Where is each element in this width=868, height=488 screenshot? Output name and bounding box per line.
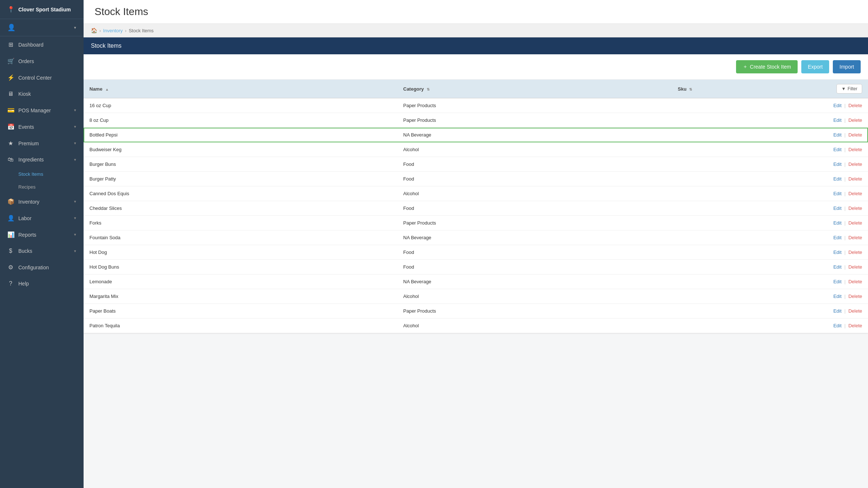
col-category[interactable]: Category ⇅ [397, 80, 672, 98]
sidebar-item-ingredients[interactable]: 🛍 Ingredients ▾ [0, 152, 84, 168]
sidebar-label-events: Events [18, 124, 34, 130]
edit-link[interactable]: Edit [833, 205, 841, 211]
delete-link[interactable]: Delete [848, 250, 862, 255]
reports-icon: 📊 [7, 231, 14, 238]
sidebar-item-labor[interactable]: 👤 Labor ▾ [0, 210, 84, 226]
row-name: Budweiser Keg [84, 142, 397, 157]
ingredients-chevron-icon: ▾ [74, 157, 76, 162]
row-name: Lemonade [84, 274, 397, 289]
premium-chevron-icon: ▾ [74, 141, 76, 146]
action-separator: | [844, 103, 847, 108]
dashboard-icon: ⊞ [7, 41, 14, 48]
delete-link[interactable]: Delete [848, 205, 862, 211]
sidebar-label-reports: Reports [18, 232, 36, 238]
row-sku [672, 230, 790, 245]
sidebar-item-events[interactable]: 📅 Events ▾ [0, 119, 84, 135]
action-separator: | [844, 220, 847, 226]
sidebar-item-inventory[interactable]: 📦 Inventory ▾ [0, 193, 84, 210]
delete-link[interactable]: Delete [848, 323, 862, 328]
edit-link[interactable]: Edit [833, 220, 841, 226]
row-name: Burger Buns [84, 157, 397, 172]
delete-link[interactable]: Delete [848, 235, 862, 240]
row-actions: Edit | Delete [790, 128, 868, 142]
export-button[interactable]: Export [801, 60, 829, 73]
breadcrumb-home[interactable]: 🏠 [91, 28, 97, 33]
action-separator: | [844, 264, 847, 270]
sidebar-item-premium[interactable]: ★ Premium ▾ [0, 135, 84, 152]
edit-link[interactable]: Edit [833, 147, 841, 152]
delete-link[interactable]: Delete [848, 220, 862, 226]
row-category: Paper Products [397, 98, 672, 113]
sidebar-sub-item-stock-items[interactable]: Stock Items [0, 168, 84, 181]
delete-link[interactable]: Delete [848, 279, 862, 284]
row-category: Alcohol [397, 289, 672, 304]
sidebar-logo: 📍 Clover Sport Stadium [0, 0, 84, 19]
sidebar-item-configuration[interactable]: ⚙ Configuration [0, 259, 84, 276]
sidebar-label-pos-manager: POS Manager [18, 108, 51, 113]
table-card: Stock Items ＋ Create Stock Item Export I… [84, 37, 868, 333]
ingredients-icon: 🛍 [7, 156, 14, 163]
delete-link[interactable]: Delete [848, 176, 862, 182]
row-category: Paper Products [397, 216, 672, 230]
sidebar-item-pos-manager[interactable]: 💳 POS Manager ▾ [0, 102, 84, 119]
edit-link[interactable]: Edit [833, 294, 841, 299]
filter-button[interactable]: ▼ Filter [836, 84, 862, 94]
col-name[interactable]: Name ▲ [84, 80, 397, 98]
sidebar-item-kiosk[interactable]: 🖥 Kiosk [0, 86, 84, 102]
delete-link[interactable]: Delete [848, 264, 862, 270]
row-actions: Edit | Delete [790, 142, 868, 157]
delete-link[interactable]: Delete [848, 147, 862, 152]
edit-link[interactable]: Edit [833, 117, 841, 123]
edit-link[interactable]: Edit [833, 176, 841, 182]
row-sku [672, 128, 790, 142]
sidebar-label-premium: Premium [18, 141, 39, 146]
edit-link[interactable]: Edit [833, 264, 841, 270]
table-row: Cheddar Slices Food Edit | Delete [84, 201, 868, 216]
reports-chevron-icon: ▾ [74, 232, 76, 237]
breadcrumb-inventory[interactable]: Inventory [103, 28, 122, 33]
row-name: Hot Dog Buns [84, 260, 397, 274]
edit-link[interactable]: Edit [833, 235, 841, 240]
import-button[interactable]: Import [833, 60, 861, 73]
sidebar-user-row[interactable]: 👤 ▾ [0, 19, 84, 36]
row-category: Food [397, 172, 672, 186]
edit-link[interactable]: Edit [833, 103, 841, 108]
sidebar-item-bucks[interactable]: $ Bucks ▾ [0, 243, 84, 259]
delete-link[interactable]: Delete [848, 103, 862, 108]
row-sku [672, 245, 790, 260]
delete-link[interactable]: Delete [848, 132, 862, 138]
col-sku[interactable]: Sku ⇅ [672, 80, 790, 98]
row-sku [672, 318, 790, 333]
edit-link[interactable]: Edit [833, 279, 841, 284]
sidebar-item-orders[interactable]: 🛒 Orders [0, 53, 84, 69]
edit-link[interactable]: Edit [833, 191, 841, 196]
row-category: Food [397, 260, 672, 274]
sidebar-item-reports[interactable]: 📊 Reports ▾ [0, 226, 84, 243]
inventory-icon: 📦 [7, 198, 14, 205]
kiosk-icon: 🖥 [7, 91, 14, 97]
row-sku [672, 201, 790, 216]
row-sku [672, 289, 790, 304]
sidebar-item-help[interactable]: ? Help [0, 276, 84, 292]
create-stock-item-button[interactable]: ＋ Create Stock Item [736, 60, 798, 73]
row-actions: Edit | Delete [790, 186, 868, 201]
edit-link[interactable]: Edit [833, 250, 841, 255]
delete-link[interactable]: Delete [848, 161, 862, 167]
row-category: NA Beverage [397, 230, 672, 245]
delete-link[interactable]: Delete [848, 308, 862, 314]
row-name: Margarita Mix [84, 289, 397, 304]
edit-link[interactable]: Edit [833, 132, 841, 138]
row-actions: Edit | Delete [790, 201, 868, 216]
row-name: Fountain Soda [84, 230, 397, 245]
edit-link[interactable]: Edit [833, 323, 841, 328]
delete-link[interactable]: Delete [848, 294, 862, 299]
sidebar-item-control-center[interactable]: ⚡ Control Center [0, 69, 84, 86]
edit-link[interactable]: Edit [833, 308, 841, 314]
delete-link[interactable]: Delete [848, 191, 862, 196]
edit-link[interactable]: Edit [833, 161, 841, 167]
delete-link[interactable]: Delete [848, 117, 862, 123]
action-separator: | [844, 117, 847, 123]
sidebar-sub-item-recipes[interactable]: Recipes [0, 181, 84, 193]
sidebar-label-control-center: Control Center [18, 75, 52, 81]
sidebar-item-dashboard[interactable]: ⊞ Dashboard [0, 36, 84, 53]
